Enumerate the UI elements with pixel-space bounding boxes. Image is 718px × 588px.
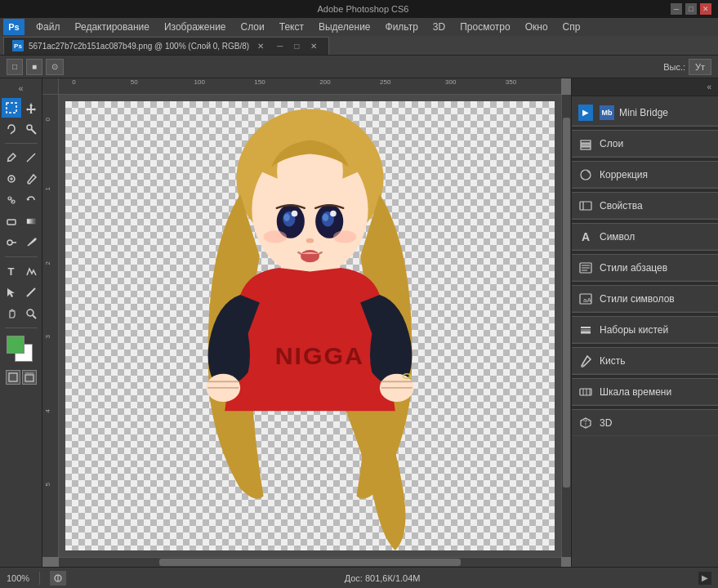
ruler-label-150: 150	[254, 78, 265, 86]
svg-rect-21	[25, 375, 33, 381]
doc-info: Дос: 801,6К/1.04M	[76, 572, 689, 584]
vertical-scrollbar[interactable]	[561, 95, 571, 557]
panel-item-properties[interactable]: Свойства	[572, 193, 718, 219]
svg-line-17	[27, 288, 35, 296]
option-yt-btn[interactable]: Ут	[689, 59, 711, 75]
maximize-button[interactable]: □	[685, 3, 697, 15]
tool-hand[interactable]	[2, 304, 21, 323]
color-boxes	[7, 336, 36, 363]
panel-item-correction[interactable]: Коррекция	[572, 162, 718, 188]
svg-point-31	[292, 211, 298, 217]
tool-group-dodge	[2, 233, 41, 252]
doc-minimize-icon[interactable]: ─	[274, 42, 286, 51]
menu-edit[interactable]: Редактирование	[69, 20, 156, 34]
panel-item-layers[interactable]: Слои	[572, 131, 718, 157]
tool-path-select[interactable]	[21, 261, 41, 281]
ruler-v-label-4: 4	[44, 409, 51, 412]
properties-label: Свойства	[600, 200, 643, 212]
tool-lasso[interactable]	[2, 119, 21, 139]
tool-spot-heal[interactable]	[2, 169, 21, 189]
screen-mode-btn[interactable]	[22, 370, 37, 385]
minimize-button[interactable]: ─	[671, 3, 682, 15]
tool-zoom[interactable]	[21, 304, 41, 323]
timeline-icon	[578, 385, 593, 399]
symbol-label: Символ	[600, 231, 635, 243]
panel-item-brush[interactable]: Кисть	[572, 348, 718, 374]
svg-point-29	[283, 214, 290, 221]
tool-line[interactable]	[21, 283, 41, 302]
brush-presets-label: Наборы кистей	[600, 324, 668, 336]
standard-screen-btn[interactable]	[6, 370, 20, 385]
tool-type[interactable]: T	[2, 261, 21, 281]
vertical-scrollbar-thumb[interactable]	[563, 118, 570, 488]
panel-item-3d[interactable]: 3D	[572, 410, 718, 436]
tool-clone[interactable]	[2, 190, 21, 210]
doc-close-icon[interactable]: ✕	[307, 42, 320, 51]
ps-logo: Ps	[3, 19, 25, 35]
canvas-area: 0 50 100 150 200 250 300 350 0 1 2 3 4 5	[42, 78, 571, 567]
menu-text[interactable]: Текст	[273, 20, 310, 34]
brush-presets-icon	[578, 323, 593, 337]
tool-group-clone	[2, 190, 41, 210]
tool-eraser[interactable]	[2, 212, 21, 231]
menu-select[interactable]: Выделение	[312, 20, 377, 34]
tool-group-eraser	[2, 212, 41, 231]
tool-dodge[interactable]	[2, 233, 21, 252]
menu-filter[interactable]: Фильтр	[379, 20, 425, 34]
menu-3d[interactable]: 3D	[426, 20, 452, 34]
panel-item-brush-presets[interactable]: Наборы кистей	[572, 317, 718, 343]
layers-icon	[578, 136, 593, 151]
tab-document[interactable]: Ps 5671ac27b7c2b151ac087b49.png @ 100% (…	[3, 37, 329, 55]
panel-item-mini-bridge[interactable]: ▶ Mb Mini Bridge	[572, 100, 718, 126]
menu-layers[interactable]: Слои	[234, 20, 271, 34]
tool-pen[interactable]	[21, 233, 41, 252]
svg-point-14	[7, 240, 12, 245]
tool-quick-select[interactable]	[21, 119, 41, 139]
svg-rect-47	[581, 144, 591, 146]
horizontal-scrollbar-thumb[interactable]	[159, 559, 461, 566]
panel-item-char-styles[interactable]: aA Стили символов	[572, 286, 718, 312]
svg-line-5	[27, 154, 35, 162]
mini-bridge-play-icon[interactable]: ▶	[578, 105, 593, 120]
ruler-v-label-0: 0	[44, 118, 51, 121]
status-tool-icon[interactable]	[50, 571, 66, 586]
right-panel-collapse[interactable]: «	[703, 81, 715, 93]
doc-maximize-icon[interactable]: □	[291, 42, 302, 51]
toolbox-collapse-icon[interactable]: «	[18, 83, 23, 93]
correction-icon	[578, 167, 593, 182]
menu-window[interactable]: Окно	[519, 20, 555, 34]
menu-view[interactable]: Просмотро	[453, 20, 516, 34]
ruler-label-50: 50	[131, 78, 138, 86]
status-arrow-btn[interactable]: ▶	[698, 572, 711, 585]
option-circle-btn[interactable]: ⊙	[46, 59, 64, 75]
ruler-horizontal: 0 50 100 150 200 250 300 350	[59, 78, 561, 95]
tool-ruler[interactable]	[21, 148, 41, 167]
svg-rect-12	[7, 220, 16, 225]
menu-file[interactable]: Файл	[29, 20, 67, 34]
tool-direct-select[interactable]	[2, 283, 21, 302]
menu-image[interactable]: Изображение	[158, 20, 233, 34]
tab-close-icon[interactable]: ✕	[257, 42, 264, 51]
tool-brush[interactable]	[21, 169, 41, 189]
tool-history-brush[interactable]	[21, 190, 41, 210]
foreground-color-box[interactable]	[7, 336, 25, 354]
canvas-inner[interactable]: NIGGA	[59, 95, 561, 557]
mini-bridge-play-btn[interactable]: ▶	[578, 105, 593, 121]
panel-item-para-styles[interactable]: Стили абзацев	[572, 255, 718, 281]
ruler-label-250: 250	[380, 78, 390, 86]
3d-label: 3D	[600, 417, 612, 429]
panel-item-symbol[interactable]: A Символ	[572, 224, 718, 250]
svg-rect-20	[9, 373, 17, 381]
tool-eyedropper[interactable]	[2, 148, 21, 167]
panel-item-timeline[interactable]: Шкала времени	[572, 379, 718, 405]
menu-help[interactable]: Спр	[556, 20, 587, 34]
close-button[interactable]: ✕	[700, 3, 711, 15]
option-rect2-btn[interactable]: ■	[26, 59, 42, 75]
tool-gradient[interactable]	[21, 212, 41, 231]
option-rect-btn[interactable]: □	[7, 59, 23, 75]
horizontal-scrollbar[interactable]	[59, 557, 561, 567]
tool-move[interactable]	[21, 98, 41, 118]
status-divider-1	[39, 572, 40, 585]
tool-marquee[interactable]	[2, 98, 21, 118]
options-bar: □ ■ ⊙ Выс.: Ут	[0, 56, 718, 78]
